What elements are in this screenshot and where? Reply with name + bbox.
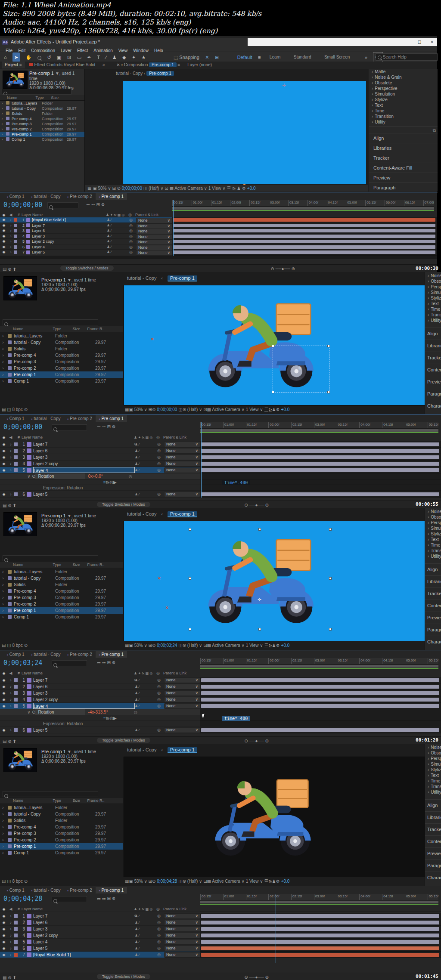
project-row[interactable]: › Pre-comp 4 Composition 29.97 (0, 116, 84, 121)
effects-category[interactable]: ›Utility (425, 789, 441, 795)
parent-pickwhip-icon[interactable]: ◎ (129, 228, 136, 233)
eye-icon[interactable]: ◉ (0, 454, 8, 460)
layer-row[interactable]: ◉ › 6 Layer 4 ♟ ∕ ◎ None∨ (0, 244, 437, 250)
layer-bar-track[interactable] (200, 952, 441, 958)
layer-bar-track[interactable] (200, 448, 441, 454)
effects-category[interactable]: ›Text (425, 301, 441, 306)
snapshot-icon[interactable]: ◫ (143, 185, 147, 192)
layer-row[interactable]: ◉ › 2 Layer 7 ♟ ∕ ◎ None∨ (0, 223, 437, 229)
close-button[interactable]: × (426, 38, 438, 46)
roi-icon[interactable]: ⊞ (112, 185, 115, 192)
layer-bar-track[interactable] (200, 454, 441, 461)
project-columns[interactable]: Name Type Size Frame R.. (0, 798, 123, 804)
eye-icon[interactable]: ◉ (0, 926, 8, 932)
parent-link-select[interactable]: None∨ (164, 454, 200, 460)
expression-graph-icon[interactable]: ⊵ (106, 715, 109, 720)
docked-panel-tab[interactable]: Paragraph (425, 859, 441, 872)
effects-category[interactable]: ›Transition (425, 784, 441, 789)
selection-tool-icon[interactable]: ➤ (12, 53, 20, 62)
project-row[interactable]: › Pre-comp 3 Composition 29.97 (0, 121, 84, 127)
timeline-tab[interactable]: ▪ Pre-comp 1 (96, 887, 127, 893)
panel-overflow-icon[interactable]: » (99, 62, 108, 68)
layer-duration-bar[interactable] (173, 245, 435, 249)
layer-bar-track[interactable] (172, 250, 437, 256)
parent-link-select[interactable]: None∨ (164, 697, 200, 702)
timeline-search-input[interactable] (47, 202, 78, 208)
project-row[interactable]: › Pre-comp 4 Composition 29.97 (0, 588, 123, 594)
render-queue-icons[interactable]: ▤ ⊚ ⬆ (3, 267, 16, 272)
viewer-timecode[interactable]: 0;00;04;28 (157, 879, 177, 884)
timeline-nav-icon[interactable]: ⊵ (232, 185, 236, 192)
exposure-value[interactable]: +0.0 (247, 186, 256, 191)
docked-panel-tab[interactable]: Align (425, 328, 441, 340)
eye-icon[interactable]: ◉ (0, 952, 8, 958)
layer-bar-track[interactable] (200, 932, 441, 939)
eye-icon[interactable]: ◉ (0, 696, 8, 702)
parent-link-select[interactable]: None∨ (164, 939, 200, 945)
shape-tool-icon[interactable]: ▭ (77, 53, 81, 62)
layer-row[interactable]: ◉› 2 Layer 6 ♟ ∕ ◎ None∨ (0, 448, 441, 454)
eye-icon[interactable]: ◉ (0, 223, 8, 228)
project-search-input[interactable] (3, 791, 98, 797)
docked-panel-tab[interactable]: Character (425, 872, 441, 884)
layer-switches[interactable]: ♟ ∕ (135, 461, 157, 467)
parent-link-select[interactable]: None∨ (164, 467, 200, 473)
project-row[interactable]: › Comp 1 Composition 29.97 (0, 850, 123, 856)
effects-category[interactable]: ›Stylize (425, 295, 441, 301)
titlebar[interactable]: AeAdobe After Effects - Untitled Project… (0, 38, 248, 46)
effects-category[interactable]: ›Transition (425, 548, 441, 553)
project-row[interactable]: › tutorial - Copy Composition 29.97 (0, 575, 123, 581)
parent-pickwhip-icon[interactable]: ◎ (157, 454, 164, 460)
toggle-switches-button[interactable]: Toggle Switches / Modes (60, 266, 114, 271)
time-ruler[interactable]: 00:15f01:00f01:15f02:00f02:15f03:00f03:1… (200, 658, 438, 665)
layer-bar-track[interactable] (200, 913, 441, 919)
project-row[interactable]: › Pre-comp 3 Composition 29.97 (0, 830, 123, 837)
layer-switches[interactable]: ♟ ∕ (107, 239, 129, 244)
effects-category[interactable]: ›Obsolete (425, 514, 441, 520)
effects-category[interactable]: ›Perspective (369, 86, 438, 91)
layer-row[interactable]: ◉› 5 Layer 4 ♟ ∕◎ None∨ (0, 703, 441, 709)
layer-switches[interactable]: ♟ ∕ (135, 454, 157, 460)
project-bottom-bar[interactable]: ▤ ◫ 8 bpc ⊙ (2, 642, 28, 649)
playhead[interactable] (276, 894, 276, 963)
project-search-input[interactable] (3, 555, 98, 561)
layer-bar-track[interactable] (172, 244, 437, 250)
eye-icon[interactable]: ◉ (0, 461, 8, 467)
project-row[interactable]: › Pre-comp 1 Composition 29.97 (0, 843, 123, 850)
effects-category[interactable]: ›Time (425, 542, 441, 548)
project-row[interactable]: › Pre-comp 1 Composition 29.97 (0, 607, 123, 614)
workspace-learn[interactable]: Learn (270, 53, 281, 62)
tab-effect-controls[interactable]: Effect Controls Royal Blue Solid (26, 62, 99, 68)
effects-category[interactable]: ›Utility (369, 119, 438, 125)
mask-vis-icon[interactable]: ▣ (93, 185, 96, 192)
layer-row[interactable]: ◉› 1 Layer 7 ♟ ∕◎ None∨ (0, 677, 441, 683)
layer-bar-track[interactable] (200, 461, 441, 467)
timeline-hscrollbar[interactable] (0, 256, 437, 259)
exposure-value[interactable]: +0.0 (281, 407, 290, 412)
home-icon[interactable]: ⌂ (4, 53, 7, 62)
viewer-timecode[interactable]: 0;00;03;24 (157, 643, 177, 648)
layer-row[interactable]: ◉› 4 Layer 2 copy ♟ ∕◎ None∨ (0, 932, 441, 939)
timeline-tab[interactable]: ▪ tutorial - Copy (28, 651, 64, 658)
docked-panel-tab[interactable]: Paragraph (369, 182, 438, 192)
eye-icon[interactable]: ◉ (0, 690, 8, 696)
effects-category[interactable]: ›Stylize (369, 97, 438, 102)
docked-panel-tab[interactable]: Content-Aware Fill (425, 835, 441, 847)
parent-link-select[interactable]: None∨ (164, 461, 200, 467)
hand-tool-icon[interactable]: ✋ (26, 53, 32, 62)
tab-pre-comp-1[interactable]: Pre-comp 1 (168, 275, 197, 281)
project-row[interactable]: › Comp 1 Composition 29.97 (0, 614, 123, 620)
zoom-slider[interactable]: ⊖ ──●── ⊕ (244, 975, 269, 980)
project-row[interactable]: › Solids Folder (0, 581, 123, 588)
effects-category[interactable]: ›Utility (425, 318, 441, 323)
stopwatch-icon[interactable]: ⊙ (32, 473, 35, 479)
timeline-tab[interactable]: ▪ tutorial - Copy (28, 887, 64, 893)
eye-icon[interactable]: ◉ (0, 913, 8, 919)
docked-panel-tab[interactable]: Content-Aware Fill (425, 364, 441, 376)
docked-panel-tab[interactable]: Character (425, 636, 441, 648)
layer-bar-track[interactable] (200, 441, 441, 448)
layer-duration-bar[interactable] (201, 449, 439, 453)
parent-link-select[interactable]: None∨ (164, 448, 200, 454)
layer-bar-track[interactable] (200, 696, 441, 703)
parent-link-select[interactable]: None∨ (164, 913, 200, 919)
